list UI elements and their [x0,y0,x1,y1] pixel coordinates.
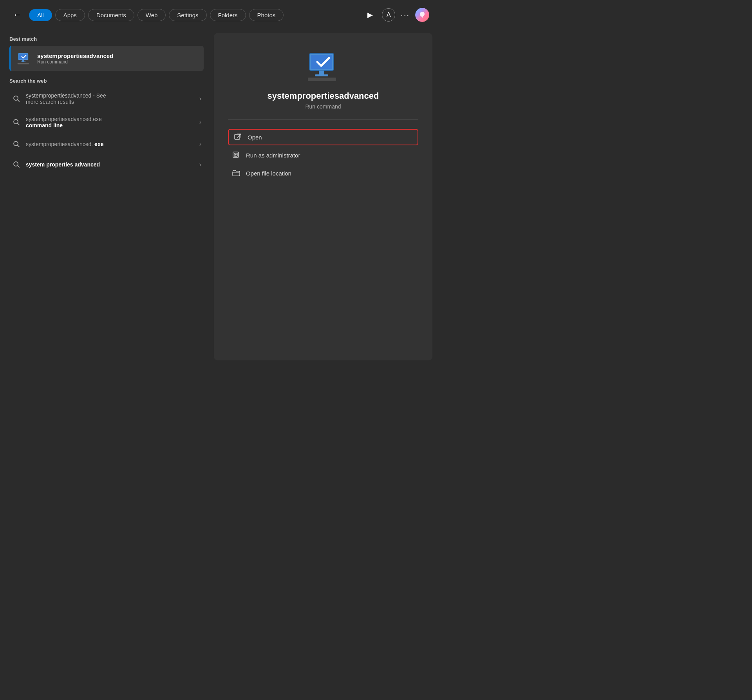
pill-settings[interactable]: Settings [169,9,206,21]
svg-rect-5 [18,63,29,65]
app-icon-container [16,51,32,66]
filter-pills: All Apps Documents Web Settings Folders … [29,9,360,21]
pill-apps[interactable]: Apps [55,9,85,21]
pill-photos[interactable]: Photos [249,9,284,21]
chevron-right-1: › [199,95,201,102]
best-match-label: Best match [9,36,204,42]
app-large-icon [306,49,341,84]
web-result-text-2-bold: command line [26,122,63,128]
divider [228,119,418,119]
svg-line-7 [18,100,20,102]
letter-button[interactable]: A [382,8,395,22]
chevron-right-2: › [199,119,201,126]
web-result-text-1: systempropertiesadvanced - See more sear… [26,92,195,105]
web-result-item-2[interactable]: systempropertiesadvanced.exe command lin… [9,110,204,134]
web-result-text-3-normal: systempropertiesadvanced. [26,141,93,147]
web-result-text-3: systempropertiesadvanced. exe [26,141,195,147]
svg-rect-3 [22,60,24,62]
left-panel: Best match [0,30,212,367]
best-match-subtitle: Run command [37,59,113,65]
web-result-text-1-line2: more search results [26,99,74,105]
svg-rect-15 [311,55,332,69]
copilot-icon[interactable] [415,8,429,22]
svg-line-11 [18,145,20,147]
shield-icon [232,151,240,159]
svg-rect-16 [319,71,324,74]
svg-rect-17 [315,74,328,76]
open-action-item[interactable]: Open [228,129,418,145]
open-icon [233,133,242,141]
chevron-right-3: › [199,141,201,148]
web-result-item-3[interactable]: systempropertiesadvanced. exe › [9,134,204,154]
app-large-subtitle: Run command [305,103,341,110]
best-match-item[interactable]: systempropertiesadvanced Run command [9,46,204,71]
top-bar-actions: ▶ A ··· [364,8,429,22]
web-result-text-4-bold: system properties advanced [26,161,100,168]
app-large-title: systempropertiesadvanced [268,91,379,101]
web-result-text-1-normal: systempropertiesadvanced [26,92,91,99]
web-result-text-4: system properties advanced [26,161,195,168]
pill-folders[interactable]: Folders [210,9,246,21]
svg-rect-2 [19,54,27,59]
svg-line-13 [18,166,20,168]
best-match-title: systempropertiesadvanced [37,52,113,59]
chevron-right-4: › [199,161,201,168]
search-icon-1 [12,94,21,103]
svg-rect-19 [235,134,240,139]
web-result-item-4[interactable]: system properties advanced › [9,154,204,175]
web-result-text-1-dim: - See [91,92,106,99]
more-button[interactable]: ··· [401,11,410,20]
copilot-gradient-icon [415,8,429,22]
open-label: Open [248,134,262,141]
svg-point-22 [235,154,237,156]
search-icon-4 [12,160,21,169]
top-bar: ← All Apps Documents Web Settings Folder… [0,0,439,30]
open-file-location-label: Open file location [246,170,291,177]
svg-rect-4 [21,61,26,62]
pill-web[interactable]: Web [137,9,166,21]
search-icon-3 [12,139,21,149]
svg-line-9 [18,123,20,125]
main-content: Best match [0,30,439,367]
best-match-info: systempropertiesadvanced Run command [37,52,113,65]
run-as-admin-item[interactable]: Run as administrator [228,147,418,163]
web-result-text-3-bold: exe [93,141,103,147]
action-list: Open Run as administrator [228,129,418,181]
pill-documents[interactable]: Documents [88,9,134,21]
web-result-text-2-normal: systempropertiesadvanced.exe [26,116,102,122]
back-button[interactable]: ← [9,7,25,23]
search-icon-2 [12,118,21,127]
right-panel: systempropertiesadvanced Run command Ope… [214,33,432,360]
web-section-label: Search the web [9,78,204,84]
open-file-location-item[interactable]: Open file location [228,165,418,181]
folder-icon [232,169,240,177]
web-result-text-2: systempropertiesadvanced.exe command lin… [26,116,195,128]
svg-rect-18 [308,78,336,81]
run-as-admin-label: Run as administrator [246,152,300,159]
play-button[interactable]: ▶ [364,9,376,21]
web-result-item-1[interactable]: systempropertiesadvanced - See more sear… [9,87,204,110]
pill-all[interactable]: All [29,9,52,21]
search-panel: ← All Apps Documents Web Settings Folder… [0,0,439,367]
